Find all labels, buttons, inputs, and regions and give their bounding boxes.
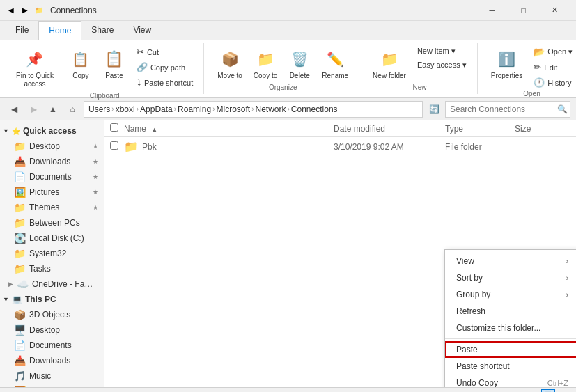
path-users[interactable]: Users [88, 104, 110, 114]
size-column-label: Size [515, 124, 531, 134]
sidebar-item-onedrive[interactable]: ▶ ☁️ OneDrive - Family [0, 276, 104, 292]
path-xboxl[interactable]: xboxl [116, 104, 135, 114]
app-icon-folder: 📁 [33, 5, 45, 16]
new-folder-label: New folder [373, 72, 406, 79]
maximize-button[interactable]: □ [508, 0, 539, 21]
paste-shortcut-button[interactable]: ⤵ Paste shortcut [132, 75, 198, 90]
recent-locations-button[interactable]: ⌂ [64, 101, 81, 118]
path-network[interactable]: Network [256, 104, 286, 114]
address-path[interactable]: Users › xboxl › AppData › Roaming › Micr… [84, 101, 423, 118]
ctx-item-view[interactable]: View› [445, 253, 576, 269]
organize-items: 📦 Move to 📁 Copy to 🗑️ Delete ✏️ Rename [212, 45, 353, 84]
name-column-header[interactable]: Name ▲ [124, 124, 334, 134]
edit-button[interactable]: ✏ Edit [529, 60, 576, 75]
ctx-item-refresh[interactable]: Refresh [445, 303, 576, 320]
back-button[interactable]: ◀ [6, 101, 22, 118]
open-button[interactable]: 📂 Open ▾ [529, 45, 576, 59]
easy-access-button[interactable]: Easy access ▾ [412, 58, 472, 72]
row-name-label: Pbk [142, 142, 157, 152]
ctx-item-group-by[interactable]: Group by› [445, 286, 576, 303]
sidebar-item-pictures[interactable]: 🖼️ Pictures ★ [0, 185, 104, 200]
history-button[interactable]: 🕐 History [529, 75, 576, 90]
ctx-item-paste-shortcut[interactable]: Paste shortcut [445, 358, 576, 375]
minimize-button[interactable]: ─ [476, 0, 508, 21]
copy-button[interactable]: 📋 Copy [65, 45, 97, 83]
size-column-header[interactable]: Size [515, 124, 570, 134]
date-column-header[interactable]: Date modified [334, 124, 445, 134]
sidebar-item-themes[interactable]: 📁 Themes ★ [0, 200, 104, 215]
search-input[interactable] [450, 104, 554, 114]
sidebar-item-tasks[interactable]: 📁 Tasks [0, 261, 104, 276]
quick-access-arrow: ▼ [3, 127, 9, 134]
tab-view[interactable]: View [123, 21, 161, 40]
sidebar-item-system32[interactable]: 📁 System32 [0, 246, 104, 261]
path-appdata[interactable]: AppData [140, 104, 173, 114]
pin-to-quick-access-button[interactable]: 📌 Pin to Quickaccess [11, 45, 59, 92]
onedrive-icon: ☁️ [17, 279, 29, 290]
sidebar-item-between-pcs[interactable]: 📁 Between PCs [0, 215, 104, 230]
tab-file[interactable]: File [6, 21, 38, 40]
type-column-label: Type [445, 124, 463, 134]
sidebar-item-desktop[interactable]: 📁 Desktop ★ [0, 139, 104, 154]
delete-button[interactable]: 🗑️ Delete [283, 45, 316, 83]
check-column [110, 123, 124, 134]
sidebar-item-documents[interactable]: 📄 Documents ★ [0, 169, 104, 185]
ctx-item-paste[interactable]: Paste [445, 341, 576, 358]
app-icon-forward[interactable]: ▶ [20, 5, 31, 16]
clipboard-items: 📌 Pin to Quickaccess 📋 Copy 📋 Paste ✂ Cu… [11, 45, 198, 92]
sidebar-item-pictures-pc[interactable]: 🖼️ Pictures [0, 384, 104, 387]
sidebar-quick-access-header[interactable]: ▼ ⭐ Quick access [0, 123, 104, 139]
select-all-checkbox[interactable] [110, 123, 118, 132]
sidebar-item-local-disk-qa[interactable]: 💽 Local Disk (C:) [0, 230, 104, 246]
cut-button[interactable]: ✂ Cut [132, 45, 198, 59]
ctx-item-undo-copy[interactable]: Undo CopyCtrl+Z [445, 375, 576, 387]
large-icons-view-button[interactable]: ⊞ [556, 389, 570, 393]
table-row[interactable]: 📁 Pbk 3/10/2019 9:02 AM File folder [104, 137, 576, 156]
sidebar-item-3d-objects[interactable]: 📦 3D Objects [0, 307, 104, 322]
path-roaming[interactable]: Roaming [178, 104, 211, 114]
sidebar-item-documents-pc[interactable]: 📄 Documents [0, 338, 104, 353]
move-to-icon: 📦 [219, 48, 241, 70]
type-column-header[interactable]: Type [445, 124, 515, 134]
tab-home[interactable]: Home [38, 21, 81, 40]
music-icon: 🎵 [14, 370, 26, 382]
row-checkbox[interactable] [110, 141, 118, 150]
ctx-item-sort-by[interactable]: Sort by› [445, 269, 576, 286]
sidebar-item-music[interactable]: 🎵 Music [0, 368, 104, 384]
new-folder-button[interactable]: 📁 New folder [368, 45, 411, 83]
move-to-button[interactable]: 📦 Move to [212, 45, 247, 83]
sidebar-item-pictures-pc-label: Pictures [29, 386, 59, 387]
sidebar-item-onedrive-label: OneDrive - Family [32, 279, 98, 289]
up-button[interactable]: ▲ [45, 101, 61, 118]
tab-share[interactable]: Share [81, 21, 123, 40]
search-icon[interactable]: 🔍 [557, 104, 568, 114]
close-button[interactable]: ✕ [539, 0, 570, 21]
cut-icon: ✂ [137, 47, 144, 57]
sidebar-item-downloads[interactable]: 📥 Downloads ★ [0, 154, 104, 169]
properties-label: Properties [491, 72, 523, 79]
paste-button[interactable]: 📋 Paste [98, 45, 130, 83]
organize-label: Organize [269, 84, 297, 93]
copy-path-button[interactable]: 🔗 Copy path [132, 60, 198, 75]
properties-button[interactable]: ℹ️ Properties [486, 45, 528, 83]
copy-to-button[interactable]: 📁 Copy to [249, 45, 282, 83]
ctx-arrow-2: › [566, 291, 568, 299]
easy-access-label: Easy access ▾ [417, 61, 467, 70]
sidebar-item-downloads-pc[interactable]: 📥 Downloads [0, 353, 104, 368]
forward-button[interactable]: ▶ [25, 101, 42, 118]
tasks-icon: 📁 [14, 263, 26, 274]
refresh-button[interactable]: 🔄 [426, 101, 442, 118]
sidebar-item-desktop-pc[interactable]: 🖥️ Desktop [0, 322, 104, 338]
ctx-item-label-4: Customize this folder... [456, 323, 540, 333]
new-item-button[interactable]: New item ▾ [412, 45, 472, 58]
sidebar-this-pc-header[interactable]: ▼ 💻 This PC [0, 292, 104, 307]
ctx-item-customize-this-folder...[interactable]: Customize this folder... [445, 320, 576, 336]
search-box[interactable]: 🔍 [445, 101, 570, 118]
path-connections[interactable]: Connections [291, 104, 338, 114]
app-icon-back[interactable]: ◀ [6, 5, 17, 16]
rename-button[interactable]: ✏️ Rename [317, 45, 353, 83]
new-item-label: New item ▾ [417, 47, 456, 56]
open-label: Open ▾ [547, 47, 573, 56]
details-view-button[interactable]: ☰ [541, 389, 555, 393]
path-microsoft[interactable]: Microsoft [216, 104, 250, 114]
